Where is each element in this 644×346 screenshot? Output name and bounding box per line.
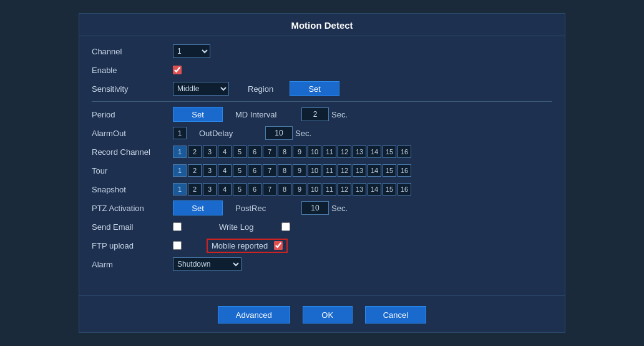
- tour-ch-btn-9[interactable]: 9: [293, 164, 306, 177]
- snapshot-channel-buttons: 1 2 3 4 5 6 7 8 9 10 11 12 13 14 15 16: [173, 183, 411, 195]
- record-ch-btn-13[interactable]: 13: [353, 146, 366, 158]
- mobile-reported-checkbox[interactable]: [274, 241, 283, 250]
- mobile-reported-label: Mobile reported: [212, 241, 268, 250]
- dialog-footer: Advanced OK Cancel: [79, 295, 565, 332]
- snap-ch-btn-1[interactable]: 1: [173, 183, 187, 195]
- tour-ch-btn-3[interactable]: 3: [203, 164, 217, 177]
- record-ch-btn-6[interactable]: 6: [248, 146, 261, 158]
- record-ch-btn-12[interactable]: 12: [338, 146, 351, 158]
- snap-ch-btn-4[interactable]: 4: [218, 183, 232, 195]
- tour-ch-btn-12[interactable]: 12: [338, 164, 351, 177]
- out-delay-unit: Sec.: [295, 129, 311, 138]
- snap-ch-btn-10[interactable]: 10: [308, 183, 321, 195]
- channel-label: Channel: [92, 47, 173, 56]
- record-ch-btn-4[interactable]: 4: [218, 146, 232, 158]
- record-ch-btn-9[interactable]: 9: [293, 146, 306, 158]
- record-ch-btn-1[interactable]: 1: [173, 146, 187, 158]
- snap-ch-btn-8[interactable]: 8: [278, 183, 291, 195]
- postrec-unit: Sec.: [331, 204, 348, 213]
- tour-ch-btn-11[interactable]: 11: [323, 164, 336, 177]
- cancel-button[interactable]: Cancel: [365, 306, 426, 324]
- snap-ch-btn-6[interactable]: 6: [248, 183, 261, 195]
- ftp-upload-label: FTP upload: [92, 241, 173, 250]
- motion-detect-dialog: Motion Detect Channel 1 2 3 4 Enable Sen…: [79, 13, 565, 333]
- tour-ch-btn-10[interactable]: 10: [308, 164, 321, 177]
- region-set-button[interactable]: Set: [290, 81, 339, 96]
- dialog-title: Motion Detect: [79, 14, 565, 36]
- alarm-dropdown[interactable]: Shutdown Reboot None: [173, 257, 242, 271]
- out-delay-label: OutDelay: [199, 129, 261, 138]
- record-channel-label: Record Channel: [92, 147, 173, 157]
- mobile-reported-container: Mobile reported: [207, 239, 288, 253]
- snap-ch-btn-16[interactable]: 16: [398, 183, 411, 195]
- tour-ch-btn-15[interactable]: 15: [383, 164, 396, 177]
- md-interval-input[interactable]: [301, 107, 329, 121]
- sensitivity-dropdown[interactable]: Middle Low High: [173, 82, 229, 96]
- enable-label: Enable: [92, 66, 173, 75]
- record-ch-btn-10[interactable]: 10: [308, 146, 321, 158]
- postrec-label: PostRec: [235, 204, 298, 213]
- record-ch-btn-2[interactable]: 2: [188, 146, 202, 158]
- ok-button[interactable]: OK: [303, 306, 353, 324]
- record-ch-btn-5[interactable]: 5: [233, 146, 246, 158]
- record-ch-btn-16[interactable]: 16: [398, 146, 411, 158]
- tour-ch-btn-2[interactable]: 2: [188, 164, 202, 177]
- tour-ch-btn-4[interactable]: 4: [218, 164, 232, 177]
- tour-ch-btn-8[interactable]: 8: [278, 164, 291, 177]
- tour-ch-btn-16[interactable]: 16: [398, 164, 411, 177]
- snap-ch-btn-7[interactable]: 7: [263, 183, 276, 195]
- snap-ch-btn-13[interactable]: 13: [353, 183, 366, 195]
- send-email-label: Send Email: [92, 222, 173, 232]
- channel-dropdown[interactable]: 1 2 3 4: [173, 44, 210, 58]
- ftp-upload-checkbox[interactable]: [173, 241, 182, 250]
- snap-ch-btn-15[interactable]: 15: [383, 183, 396, 195]
- snap-ch-btn-11[interactable]: 11: [323, 183, 336, 195]
- snap-ch-btn-12[interactable]: 12: [338, 183, 351, 195]
- period-set-button[interactable]: Set: [173, 107, 223, 122]
- tour-ch-btn-1[interactable]: 1: [173, 164, 187, 177]
- send-email-checkbox[interactable]: [173, 222, 182, 231]
- tour-ch-btn-5[interactable]: 5: [233, 164, 246, 177]
- ptz-set-button[interactable]: Set: [173, 200, 223, 215]
- tour-ch-btn-7[interactable]: 7: [263, 164, 276, 177]
- postrec-input[interactable]: [301, 201, 329, 215]
- record-ch-btn-7[interactable]: 7: [263, 146, 276, 158]
- record-channel-buttons: 1 2 3 4 5 6 7 8 9 10 11 12 13 14 15 16: [173, 146, 411, 158]
- snap-ch-btn-5[interactable]: 5: [233, 183, 246, 195]
- period-label: Period: [92, 110, 173, 119]
- record-ch-btn-14[interactable]: 14: [368, 146, 381, 158]
- snap-ch-btn-9[interactable]: 9: [293, 183, 306, 195]
- out-delay-input[interactable]: [265, 126, 293, 140]
- record-ch-btn-3[interactable]: 3: [203, 146, 217, 158]
- tour-ch-btn-6[interactable]: 6: [248, 164, 261, 177]
- snapshot-label: Snapshot: [92, 185, 173, 194]
- sensitivity-label: Sensitivity: [92, 84, 173, 94]
- md-interval-unit: Sec.: [331, 110, 348, 119]
- snap-ch-btn-14[interactable]: 14: [368, 183, 381, 195]
- enable-checkbox[interactable]: [173, 66, 182, 74]
- write-log-label: Write Log: [219, 222, 275, 232]
- region-label: Region: [248, 84, 273, 94]
- tour-label: Tour: [92, 166, 173, 175]
- alarmout-value: 1: [173, 127, 187, 139]
- tour-channel-buttons: 1 2 3 4 5 6 7 8 9 10 11 12 13 14 15 16: [173, 164, 411, 177]
- alarmout-label: AlarmOut: [92, 129, 173, 138]
- alarm-label: Alarm: [92, 260, 173, 269]
- tour-ch-btn-14[interactable]: 14: [368, 164, 381, 177]
- snap-ch-btn-3[interactable]: 3: [203, 183, 217, 195]
- advanced-button[interactable]: Advanced: [218, 306, 290, 324]
- snap-ch-btn-2[interactable]: 2: [188, 183, 202, 195]
- md-interval-label: MD Interval: [235, 110, 298, 119]
- write-log-checkbox[interactable]: [281, 222, 290, 231]
- record-ch-btn-11[interactable]: 11: [323, 146, 336, 158]
- record-ch-btn-8[interactable]: 8: [278, 146, 291, 158]
- ptz-label: PTZ Activation: [92, 204, 173, 213]
- tour-ch-btn-13[interactable]: 13: [353, 164, 366, 177]
- record-ch-btn-15[interactable]: 15: [383, 146, 396, 158]
